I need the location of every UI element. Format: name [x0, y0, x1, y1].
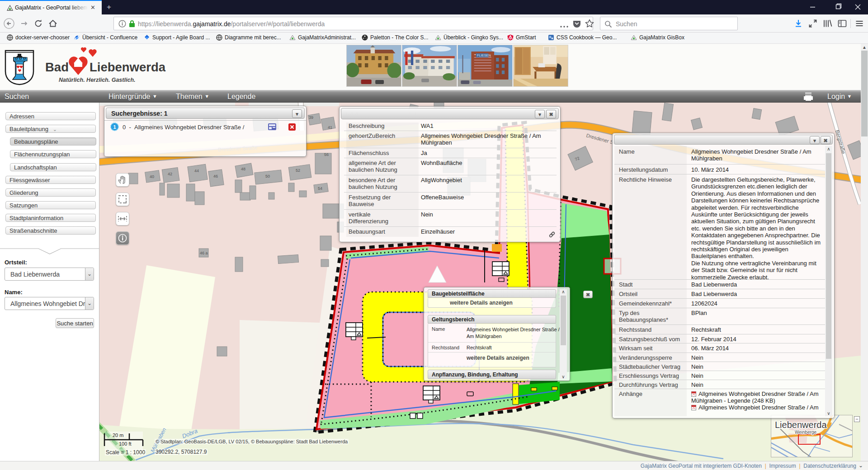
- svg-text:Natürlich. Herzlich. Gastlich.: Natürlich. Herzlich. Gastlich.: [59, 77, 136, 83]
- svg-text:52: 52: [296, 168, 300, 173]
- svg-text:1: 1: [113, 124, 116, 130]
- svg-text:41: 41: [328, 125, 332, 130]
- svg-text:44: 44: [194, 169, 199, 173]
- svg-text:Bad: Bad: [45, 60, 69, 74]
- svg-text:50: 50: [265, 174, 270, 179]
- svg-text:42: 42: [168, 172, 172, 176]
- svg-text:54: 54: [318, 186, 322, 191]
- svg-text:56: 56: [324, 152, 329, 157]
- svg-text:Weinberge: Weinberge: [795, 430, 817, 435]
- svg-text:46: 46: [213, 174, 218, 179]
- svg-text:Liebenwerda: Liebenwerda: [90, 60, 166, 74]
- svg-text:FLIESEN: FLIESEN: [477, 54, 491, 58]
- svg-text:Liebenwerda: Liebenwerda: [775, 420, 827, 430]
- svg-text:46 a: 46 a: [200, 251, 208, 255]
- svg-text:40: 40: [150, 174, 154, 179]
- svg-text:48: 48: [241, 167, 245, 171]
- svg-text:39: 39: [309, 115, 313, 120]
